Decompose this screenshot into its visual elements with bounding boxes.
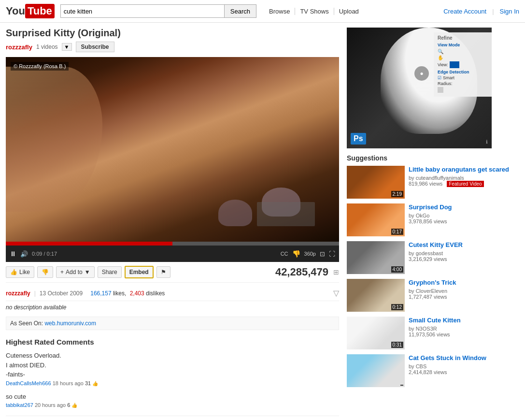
suggestion-thumbnail <box>347 354 405 387</box>
suggestion-thumbnail: 0:12 <box>347 279 405 312</box>
suggestion-title-link[interactable]: Little baby orangutans get scared <box>409 166 519 174</box>
video-copyright-overlay: © Rozzzafly (Rosa B.) <box>11 62 69 71</box>
volume-button[interactable]: 🔊 <box>20 250 28 258</box>
thumbs-down-ctrl[interactable]: 👎 <box>292 250 300 258</box>
suggestion-item[interactable]: 0:17 Surprised Dog by OkGo 3,978,856 vie… <box>347 203 519 236</box>
meta-expand-button[interactable]: ▽ <box>333 289 339 298</box>
suggestion-views: 11,973,506 views <box>409 332 519 337</box>
ad-radius-row: Radius: <box>438 81 488 86</box>
suggestion-views: 1,727,487 views <box>409 294 519 300</box>
seen-on-link[interactable]: web.humoruniv.com <box>44 320 96 327</box>
right-panel: ● Refine View Mode 🔍 ✋ View: Edge De <box>347 28 519 420</box>
comment-item: so cute tabbikat267 20 hours ago 6 👍 <box>6 392 339 408</box>
suggestion-by: by CBS <box>409 363 519 369</box>
meta-date: 13 October 2009 <box>40 290 83 297</box>
suggestion-item[interactable]: 0:31 Small Cute Kitten by N3OS3R 11,973,… <box>347 317 519 349</box>
flag-button[interactable]: ⚑ <box>156 266 170 278</box>
auth-links: Create Account | Sign In <box>443 8 519 15</box>
ad-edge-detection: Edge Detection <box>438 70 488 74</box>
suggestion-views: 2,414,828 views <box>409 369 519 375</box>
flag-icon: ⚑ <box>161 269 166 275</box>
suggestion-item[interactable]: 2:19 Little baby orangutans get scared b… <box>347 166 519 199</box>
suggestion-title-link[interactable]: Cutest Kitty EVER <box>409 241 519 249</box>
search-button[interactable]: Search <box>225 4 256 18</box>
search-bar: Search <box>60 4 256 18</box>
ad-view-row: ✋ <box>438 55 488 60</box>
comments-title: Highest Rated Comments <box>6 338 339 346</box>
ad-info-icon[interactable]: ℹ <box>486 139 488 145</box>
suggestion-title-link[interactable]: Surprised Dog <box>409 203 519 212</box>
like-button[interactable]: 👍 Like <box>6 266 34 278</box>
nav-tv-shows[interactable]: TV Shows <box>295 8 334 15</box>
comment-thumbs-up-icon[interactable]: 👍 <box>71 403 77 408</box>
ad-inner: ● Refine View Mode 🔍 ✋ View: Edge De <box>347 28 492 148</box>
action-bar: 👍 Like 👎 + Add to ▼ Share Embed ⚑ 42,285… <box>6 262 339 283</box>
video-controls: ⏸ 🔊 0:09 / 0:17 CC 👎 360p ⊡ ⛶ <box>6 246 339 262</box>
thumbs-up-icon: 👍 <box>10 269 17 275</box>
embed-button[interactable]: Embed <box>125 266 154 278</box>
quality-selector[interactable]: 360p <box>304 251 316 257</box>
video-count: 1 videos <box>36 43 58 50</box>
suggestion-by: by N3OS3R <box>409 326 519 332</box>
video-player[interactable]: © Rozzzafly (Rosa B.) <box>6 57 339 246</box>
channel-link[interactable]: rozzzafly <box>6 43 32 51</box>
logo-tube-text: Tube <box>25 4 55 18</box>
suggestion-title-link[interactable]: Cat Gets Stuck in Window <box>409 354 519 362</box>
comment-meta: DeathCallsMeh666 18 hours ago 31 👍 <box>6 380 339 386</box>
suggestion-item[interactable]: Cat Gets Stuck in Window by CBS 2,414,82… <box>347 354 519 387</box>
widescreen-button[interactable]: ⊡ <box>320 250 325 258</box>
suggestion-title-link[interactable]: Gryphon's Trick <box>409 279 519 287</box>
share-button[interactable]: Share <box>98 266 122 278</box>
suggestion-by: by OkGo <box>409 213 519 218</box>
nav-upload[interactable]: Upload <box>334 8 364 15</box>
comment-text: Cuteness Overload.I almost DIED.-faints- <box>6 351 339 379</box>
view-count-expand-icon[interactable]: ⊞ <box>333 268 339 276</box>
ad-row: 🔍 <box>438 49 488 54</box>
comment-author-link[interactable]: DeathCallsMeh666 <box>6 380 51 386</box>
plus-icon: + <box>60 269 64 275</box>
comment-text: so cute <box>6 392 339 402</box>
logo[interactable]: YouTube <box>6 4 55 18</box>
ad-photoshop-icon: Ps <box>351 133 366 145</box>
subscribe-button[interactable]: Subscribe <box>76 42 114 52</box>
suggestion-info: Surprised Dog by OkGo 3,978,856 views <box>409 203 519 236</box>
meta-separator: | <box>34 290 36 297</box>
comment-thumbs-up-icon[interactable]: 👍 <box>92 381 98 386</box>
video-description: no description available <box>6 301 339 314</box>
left-panel: Surprised Kitty (Original) rozzzafly 1 v… <box>6 28 339 420</box>
suggestion-info: Little baby orangutans get scared by cut… <box>409 166 519 199</box>
ad-panel: ● Refine View Mode 🔍 ✋ View: Edge De <box>347 28 492 148</box>
play-button[interactable]: ⏸ <box>10 250 16 258</box>
suggestion-duration: 2:19 <box>391 191 403 197</box>
sign-in-link[interactable]: Sign In <box>500 8 519 15</box>
suggestion-views: 3,978,856 views <box>409 218 519 224</box>
ad-check-icon: ☑ <box>438 75 441 80</box>
suggestion-thumbnail: 2:19 <box>347 166 405 199</box>
suggestion-item[interactable]: 0:12 Gryphon's Trick by CloverEleven 1,7… <box>347 279 519 312</box>
suggestion-views: 3,216,929 views <box>409 256 519 262</box>
meta-channel-link[interactable]: rozzzafly <box>6 290 30 297</box>
suggestion-item[interactable]: 4:00 Cutest Kitty EVER by godessbast 3,2… <box>347 241 519 274</box>
ad-smart-label: Smart <box>443 75 454 80</box>
nav-browse[interactable]: Browse <box>264 8 295 15</box>
video-frame <box>6 57 339 246</box>
ad-refine-title: Refine <box>438 35 488 41</box>
cc-button[interactable]: CC <box>281 251 288 257</box>
video-count-dropdown[interactable]: ▼ <box>62 43 72 51</box>
search-input[interactable] <box>60 4 225 18</box>
view-count: 42,285,479 <box>275 266 328 278</box>
fullscreen-button[interactable]: ⛶ <box>329 250 335 258</box>
suggestion-info: Cat Gets Stuck in Window by CBS 2,414,82… <box>409 354 519 387</box>
add-to-button[interactable]: + Add to ▼ <box>56 266 95 278</box>
dislike-button[interactable]: 👎 <box>37 266 53 278</box>
thumbs-down-icon: 👎 <box>42 269 49 275</box>
ad-magnify-icon: 🔍 <box>438 49 443 54</box>
meta-likes: 166,157 likes, 2,403 dislikes <box>90 290 165 297</box>
comment-author-link[interactable]: tabbikat267 <box>6 402 33 408</box>
suggestion-title-link[interactable]: Small Cute Kitten <box>409 317 519 325</box>
video-meta-row: rozzzafly | 13 October 2009 166,157 like… <box>6 286 339 301</box>
create-account-link[interactable]: Create Account <box>443 8 486 15</box>
ad-radius-icon <box>438 87 443 93</box>
suggestion-thumbnail: 0:31 <box>347 317 405 349</box>
logo-you-text: You <box>6 6 25 16</box>
